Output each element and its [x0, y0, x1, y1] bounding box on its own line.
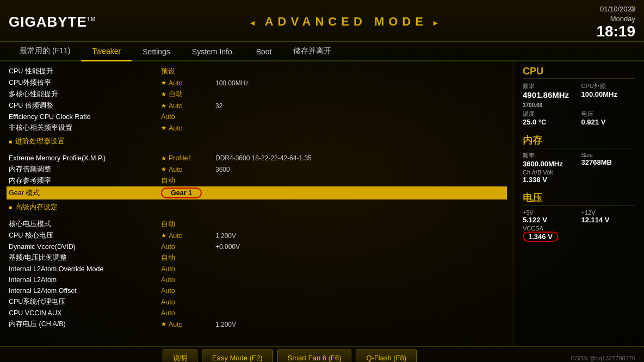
setting-cpu-sa-volt[interactable]: CPU系统代理电压 Auto — [7, 296, 507, 308]
setting-value: Auto — [161, 265, 215, 273]
setting-cpu-performance[interactable]: CPU 性能提升 预设 — [7, 66, 507, 77]
cpu-volt-label: 电压 — [581, 110, 636, 118]
star-icon: ★ — [161, 166, 166, 173]
cpu-freq-mhz: 4901.86MHz — [523, 90, 569, 99]
setting-value: 预设 — [161, 67, 215, 76]
setting-name: CPU 倍频调整 — [9, 101, 161, 110]
tab-tweaker[interactable]: Tweaker — [81, 42, 132, 61]
help-button[interactable]: 说明 — [163, 349, 197, 362]
setting-gear-mode[interactable]: Gear 模式 Gear 1 — [7, 186, 507, 199]
setting-advanced-cpu[interactable]: ■ 进阶处理器设置 — [7, 136, 507, 147]
setting-value: Auto — [161, 298, 215, 306]
setting-dvid[interactable]: Dynamic Vcore(DVID) Auto +0.000V — [7, 241, 507, 252]
tab-save-exit[interactable]: 储存并离开 — [282, 42, 342, 60]
cpu-freq-label-col: 频率 4901.86MHz 3700.66 — [523, 82, 577, 109]
setting-core-volt-mode[interactable]: 核心电压模式 自动 — [7, 219, 507, 230]
tab-settings[interactable]: Settings — [132, 43, 181, 60]
tab-boot[interactable]: Boot — [245, 43, 283, 60]
setting-cpu-core-volt[interactable]: CPU 核心电压 ★ Auto 1.200V — [7, 230, 507, 241]
cpu-temp-value: 25.0 °C — [523, 118, 577, 126]
separator — [7, 147, 507, 153]
cpu-volt-value: 0.921 V — [581, 118, 636, 126]
cpu-freq-value: 4901.86MHz 3700.66 — [523, 90, 577, 109]
volt-info-grid: +5V 5.122 V +12V 12.114 V VCCSA 1.346 V — [523, 209, 635, 242]
star-icon: ★ — [161, 155, 166, 162]
setting-value: ★ 自动 — [161, 90, 215, 99]
settings-panel: CPU 性能提升 预设 CPU外频倍率 ★ Auto 100.00MHz 多核心… — [0, 61, 513, 346]
setting-value: Auto — [161, 309, 215, 317]
setting-name: CPU VCCIN AUX — [9, 309, 161, 317]
cpu-volt-col: 电压 0.921 V — [581, 110, 636, 126]
setting-mem-volt[interactable]: 内存电压 (CH A/B) ★ Auto 1.200V — [7, 319, 507, 330]
setting-value: Auto — [161, 113, 215, 121]
setting-l2atom-override[interactable]: Internal L2Atom Override Mode Auto — [7, 264, 507, 274]
cpu-ext-freq-label: CPU外频 — [581, 82, 636, 90]
cpu-section-title: CPU — [523, 66, 635, 79]
cpu-info-section: CPU 频率 4901.86MHz 3700.66 CPU外频 100.00MH… — [523, 66, 635, 126]
setting-value: 自动 — [161, 176, 215, 185]
time-display: 18:19 — [596, 24, 635, 39]
setting-extra: +0.000V — [215, 243, 505, 251]
setting-name: 内存倍频调整 — [9, 165, 161, 174]
setting-value: ★ Auto — [161, 102, 215, 110]
cpu-freq-label: 频率 — [523, 82, 577, 90]
setting-name: 多核心性能提升 — [9, 90, 161, 99]
setting-name: 高级内存设定 — [15, 203, 168, 212]
setting-name: 内存参考频率 — [9, 176, 161, 185]
setting-name: 核心电压模式 — [9, 220, 161, 229]
setting-extra: 1.200V — [215, 232, 505, 240]
footer-csdn: CSDN @qq1327798176 — [571, 355, 635, 361]
setting-value: ★ Auto — [161, 232, 215, 240]
easy-mode-button[interactable]: Easy Mode (F2) — [202, 349, 273, 362]
setting-name: CPU系统代理电压 — [9, 297, 161, 307]
setting-name: 进阶处理器设置 — [15, 137, 168, 146]
voltage-info-section: 电压 +5V 5.122 V +12V 12.114 V VCCSA 1.346… — [523, 191, 635, 242]
setting-name: Extreme Memory Profile(X.M.P.) — [9, 154, 161, 162]
star-icon: ★ — [161, 321, 166, 328]
star-icon: ★ — [161, 79, 166, 86]
smart-fan-button[interactable]: Smart Fan 6 (F6) — [277, 349, 352, 362]
v5-label: +5V — [523, 209, 577, 216]
setting-multi-core[interactable]: 多核心性能提升 ★ 自动 — [7, 89, 507, 100]
qflash-button[interactable]: Q-Flash (F8) — [356, 349, 417, 362]
cpu-ext-freq-value: 100.00MHz — [581, 90, 636, 98]
setting-mem-ratio[interactable]: 内存倍频调整 ★ Auto 3600 — [7, 164, 507, 175]
setting-vccin-aux[interactable]: CPU VCCIN AUX Auto — [7, 308, 507, 319]
vccsa-value: 1.346 V — [523, 232, 577, 242]
setting-name: Dynamic Vcore(DVID) — [9, 243, 161, 251]
setting-name: CPU 性能提升 — [9, 67, 161, 76]
mem-freq-value: 3600.00MHz — [523, 160, 577, 168]
setting-extra: 32 — [215, 102, 505, 110]
vccsa-label: VCCSA — [523, 225, 577, 232]
setting-extra: 3600 — [215, 166, 505, 173]
tab-most-used[interactable]: 最常用的 (F11) — [9, 42, 81, 60]
gigabyte-logo: GIGABYTETM — [9, 14, 96, 30]
setting-cpu-bclk[interactable]: CPU外频倍率 ★ Auto 100.00MHz — [7, 77, 507, 89]
setting-xmp[interactable]: Extreme Memory Profile(X.M.P.) ★ Profile… — [7, 153, 507, 164]
setting-extra: 100.00MHz — [215, 79, 505, 87]
v5-col: +5V 5.122 V — [523, 209, 577, 224]
separator2 — [7, 213, 507, 219]
main-content: CPU 性能提升 预设 CPU外频倍率 ★ Auto 100.00MHz 多核心… — [0, 61, 644, 346]
setting-value: ★ Auto — [161, 166, 215, 173]
setting-extra: 1.200V — [215, 321, 505, 328]
setting-value: 自动 — [161, 220, 215, 229]
setting-l2atom-offset[interactable]: Internal L2Atom Offset Auto — [7, 285, 507, 296]
footer-buttons: 说明 Easy Mode (F2) Smart Fan 6 (F6) Q-Fla… — [163, 349, 417, 362]
setting-value: Auto — [161, 287, 215, 295]
setting-mem-ref-freq[interactable]: 内存参考频率 自动 — [7, 175, 507, 186]
setting-bclk-volt-ratio[interactable]: 基频/电压比例调整 自动 — [7, 252, 507, 264]
bullet-icon: ■ — [9, 204, 12, 210]
setting-uncore-freq[interactable]: 非核心相关频率设置 ★ Auto — [7, 122, 507, 134]
gear-value: Gear 1 — [161, 188, 202, 198]
setting-cpu-ratio[interactable]: CPU 倍频调整 ★ Auto 32 — [7, 100, 507, 111]
mem-section-title: 内存 — [523, 134, 635, 148]
setting-l2atom[interactable]: Internal L2Atom Auto — [7, 274, 507, 285]
settings-icon[interactable]: ⚙ — [629, 4, 636, 13]
tab-system-info[interactable]: System Info. — [181, 43, 245, 60]
v12-col: +12V 12.114 V — [581, 209, 636, 224]
setting-advanced-mem[interactable]: ■ 高级内存设定 — [7, 202, 507, 213]
footer: 说明 Easy Mode (F2) Smart Fan 6 (F6) Q-Fla… — [0, 346, 644, 362]
advanced-mode-title: ADVANCED MODE — [96, 15, 596, 29]
setting-efficiency-cpu[interactable]: Efficiency CPU Clock Ratio Auto — [7, 111, 507, 122]
